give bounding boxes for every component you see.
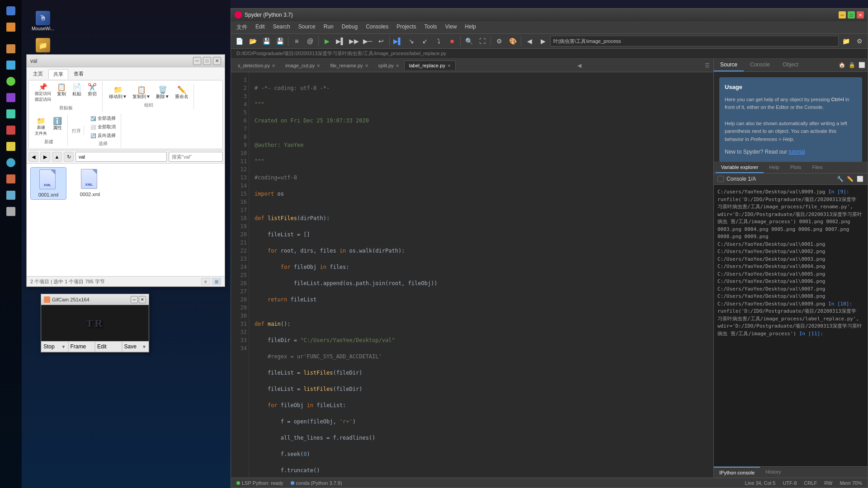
tab-close-file-rename[interactable]: ✕ (365, 63, 368, 68)
taskbar-icon-13[interactable] (4, 204, 18, 219)
menu-edit[interactable]: Edit (252, 22, 269, 33)
search-input[interactable] (169, 152, 223, 162)
run-cell-advance-button[interactable]: ▶▶ (348, 35, 360, 47)
outline-button[interactable]: ≡ (290, 35, 303, 47)
console-icon-1[interactable]: 🔧 (836, 175, 844, 183)
find-replace-button[interactable]: @ (304, 35, 316, 47)
var-tab-plots[interactable]: Plots (785, 162, 807, 173)
file-item-0002[interactable]: XML 0002.xml (72, 167, 108, 200)
code-content[interactable]: # -*- coding: utf-8 -*- """ Created on F… (249, 72, 713, 478)
panel-lock-icon[interactable]: 🔒 (848, 61, 856, 69)
delete-button[interactable]: 🗑️ 删除▼ (154, 85, 172, 101)
desktop-item-mousewi[interactable]: 🖱 MouseWi... (27, 9, 59, 33)
tutorial-link[interactable]: tutorial (788, 149, 805, 155)
address-input[interactable] (75, 152, 167, 162)
gifcam-minimize-button[interactable]: ─ (131, 296, 138, 303)
deselect-all-button[interactable]: ⬜ 全部取消 (88, 123, 118, 131)
gifcam-close-button[interactable]: ✕ (139, 296, 146, 303)
icon-view-button[interactable]: ⊞ (212, 278, 221, 285)
cb-tab-ipython[interactable]: IPython console (714, 467, 760, 478)
taskbar-icon-5[interactable] (4, 74, 18, 89)
new-file-button[interactable]: 📄 (233, 35, 245, 47)
var-tab-help[interactable]: Help (764, 162, 785, 173)
frame-button[interactable]: Frame (68, 341, 95, 352)
spyder-minimize-button[interactable]: ─ (839, 11, 846, 19)
copy-button[interactable]: 📋 复制 (54, 82, 69, 104)
rp-tab-console[interactable]: Console (744, 59, 776, 71)
tab-image-cut[interactable]: image_cut.py ✕ (280, 61, 325, 70)
open-file-button[interactable]: 📂 (246, 35, 259, 47)
nav-back-button[interactable]: ◀ (523, 35, 536, 47)
taskbar-icon-7[interactable] (4, 107, 18, 121)
spyder-close-button[interactable]: ✕ (857, 11, 864, 19)
console-expand-icon[interactable] (717, 176, 724, 182)
taskbar-icon-10[interactable] (4, 155, 18, 170)
menu-help[interactable]: Help (461, 22, 480, 33)
debug-continue-button[interactable]: ⤵ (432, 35, 445, 47)
menu-debug[interactable]: Debug (338, 22, 361, 33)
tabs-menu-button[interactable]: ☰ (703, 61, 712, 70)
rp-tab-source[interactable]: Source (714, 59, 744, 71)
cut-button[interactable]: ✂️ 剪切 (85, 82, 99, 104)
up-button[interactable]: ▲ (52, 152, 62, 162)
forward-button[interactable]: ▶ (40, 152, 50, 162)
debug-step-button[interactable]: ↘ (405, 35, 418, 47)
path-input[interactable] (550, 36, 839, 47)
edit-button[interactable]: Edit (95, 341, 122, 352)
pin-button[interactable]: 📌 固定访问固定访问 (33, 82, 53, 104)
tab-share[interactable]: 共享 (48, 69, 68, 79)
menu-view[interactable]: View (442, 22, 461, 33)
rename-button[interactable]: ✏️ 重命名 (173, 85, 191, 101)
spyder-maximize-button[interactable]: □ (848, 11, 855, 19)
run-cell-button[interactable]: ▶▌ (334, 35, 347, 47)
tabs-overflow-arrow[interactable]: ◀ (576, 61, 583, 70)
paste-button[interactable]: 📄 粘贴 (70, 82, 84, 104)
minimize-button[interactable]: ─ (193, 57, 201, 65)
panel-maximize-icon[interactable]: ⬜ (858, 61, 866, 69)
cb-tab-history[interactable]: History (760, 467, 786, 478)
panel-home-icon[interactable]: 🏠 (838, 61, 846, 69)
file-item-0001[interactable]: XML 0001.xml (30, 167, 66, 200)
save-all-button[interactable]: 💾 (274, 35, 286, 47)
menu-source[interactable]: Source (295, 22, 319, 33)
console-icon-3[interactable]: ⬜ (856, 175, 864, 183)
properties-button[interactable]: ℹ️ 属性 (50, 116, 65, 138)
tab-split[interactable]: split.py ✕ (373, 61, 404, 70)
tab-close-image-cut[interactable]: ✕ (316, 63, 320, 68)
var-tab-explorer[interactable]: Variable explorer (716, 162, 764, 173)
taskbar-icon-4[interactable] (4, 58, 18, 72)
new-folder-button[interactable]: 📁 新建文件夹 (33, 116, 49, 138)
menu-file[interactable]: 文件 (233, 22, 251, 33)
re-run-button[interactable]: ↩ (375, 35, 387, 47)
expand-button[interactable]: ⛶ (476, 35, 489, 47)
tab-file-rename[interactable]: file_rename.py ✕ (325, 61, 373, 70)
settings-button[interactable]: ⚙ (493, 35, 505, 47)
taskbar-icon-6[interactable] (4, 90, 18, 105)
nav-forward-button[interactable]: ▶ (537, 35, 549, 47)
debug-stop-button[interactable]: ■ (446, 35, 458, 47)
tab-home[interactable]: 主页 (28, 69, 47, 79)
stop-button[interactable]: Stop ▼ (41, 341, 68, 352)
debug-step-into-button[interactable]: ↙ (419, 35, 431, 47)
copy-to-button[interactable]: 📋 复制到▼ (130, 85, 153, 101)
list-view-button[interactable]: ≡ (201, 278, 210, 285)
menu-run[interactable]: Run (320, 22, 337, 33)
close-button[interactable]: ✕ (213, 57, 221, 65)
menu-consoles[interactable]: Consoles (362, 22, 392, 33)
taskbar-icon-3[interactable] (4, 42, 18, 56)
menu-tools[interactable]: Tools (421, 22, 441, 33)
menu-search[interactable]: Search (269, 22, 294, 33)
taskbar-icon-2[interactable] (4, 20, 18, 34)
path-settings-button[interactable]: ⚙ (853, 35, 866, 47)
taskbar-icon-11[interactable] (4, 172, 18, 186)
menu-projects[interactable]: Projects (393, 22, 420, 33)
tab-s-detection[interactable]: s_detection.py ✕ (233, 61, 280, 70)
save-button[interactable]: Save ▼ (122, 341, 149, 352)
debug-run-button[interactable]: ▶▌ (392, 35, 404, 47)
browse-button[interactable]: 📁 (840, 35, 852, 47)
invert-select-button[interactable]: 🔄 反向选择 (88, 131, 118, 140)
select-all-button[interactable]: ☑️ 全部选择 (88, 114, 118, 122)
back-button[interactable]: ◀ (28, 152, 38, 162)
taskbar-icon-1[interactable] (4, 4, 18, 18)
console-icon-2[interactable]: ✏️ (846, 175, 854, 183)
